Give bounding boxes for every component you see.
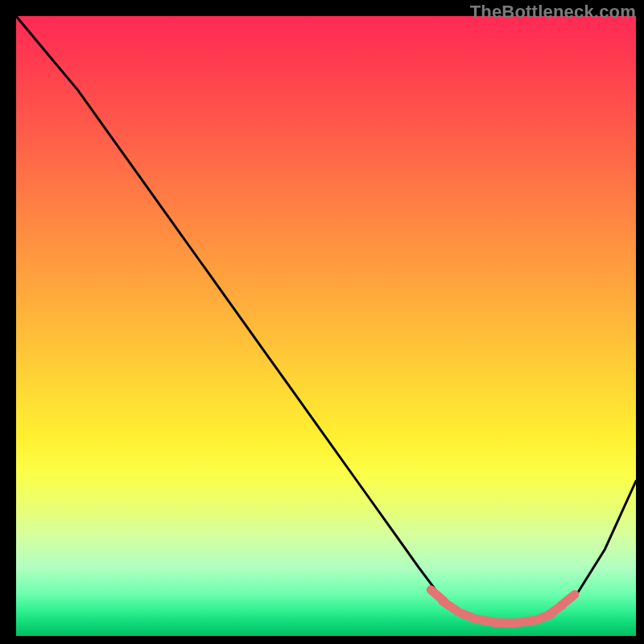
optimal-range-marker [443,601,457,611]
curve-layer [16,16,636,624]
bottleneck-curve [16,16,636,624]
marker-layer [431,590,575,623]
optimal-range-marker [561,595,575,606]
bottleneck-chart: TheBottleneck.com [0,0,644,644]
chart-svg [0,0,644,644]
